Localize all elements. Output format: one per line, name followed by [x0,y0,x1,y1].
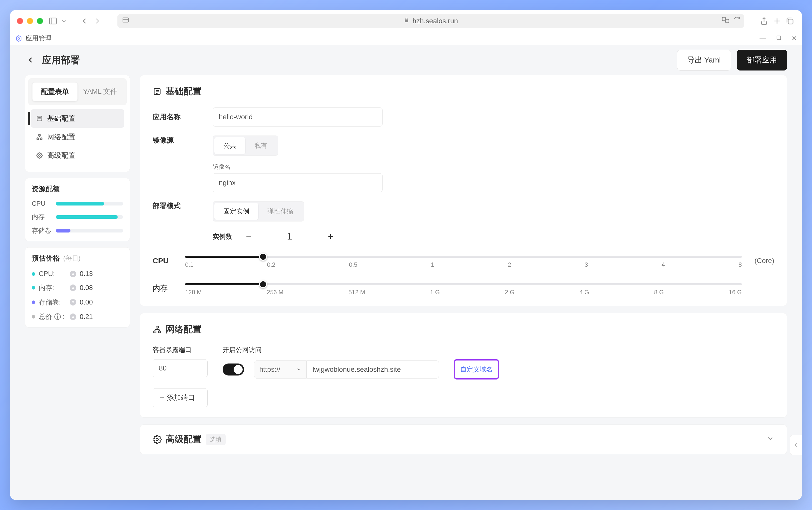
domain-input[interactable] [306,361,439,378]
network-icon [36,133,43,141]
price-cpu-label: CPU: [39,270,66,278]
page-header: 应用部署 导出 Yaml 部署应用 [10,45,802,75]
pricing-period: (每日) [63,254,81,263]
chevron-down-icon [296,366,301,373]
price-cpu-value: 0.13 [80,270,93,278]
sidebar-item-label: 网络配置 [47,132,75,142]
nav-forward-icon[interactable] [92,16,102,26]
pricing-title: 预估价格 [32,254,60,263]
image-source-label: 镜像源 [153,136,203,145]
svg-rect-4 [722,17,726,21]
svg-rect-25 [158,331,161,333]
basic-config-panel: 基础配置 应用名称 镜像源 公共 私有 镜像名 [140,75,787,306]
app-name-label: 应用名称 [153,112,203,122]
network-config-panel: 网络配置 容器暴露端口 + 添加端口 开启公网访问 [140,313,787,418]
lock-icon [403,17,410,25]
price-total-value: 0.21 [80,313,93,321]
coin-icon: ¤ [70,313,76,320]
optional-badge: 选填 [206,434,225,445]
page-title: 应用部署 [42,54,80,66]
svg-rect-15 [39,135,40,136]
quota-cpu-label: CPU [32,200,52,207]
deploy-mode-elastic[interactable]: 弹性伸缩 [258,203,302,220]
sidebar-item-network[interactable]: 网络配置 [31,128,124,146]
chevron-down-icon[interactable] [61,16,67,26]
quota-mem-label: 内存 [32,213,52,221]
deploy-button[interactable]: 部署应用 [737,50,787,70]
list-icon [153,87,162,96]
quota-storage-label: 存储卷 [32,226,52,235]
cpu-slider[interactable] [185,256,742,258]
image-source-toggle: 公共 私有 [213,136,278,156]
coin-icon: ¤ [70,271,76,277]
maximize-window-icon[interactable] [37,18,43,24]
tab-config-form[interactable]: 配置表单 [32,82,78,101]
mem-slider-ticks: 128 M 256 M 512 M 1 G 2 G 4 G 8 G 16 G [185,289,742,296]
collapse-drawer-button[interactable] [790,435,802,455]
custom-domain-button[interactable]: 自定义域名 [454,359,499,379]
inner-close-icon[interactable]: ✕ [791,34,797,42]
sidebar-toggle-icon[interactable] [48,16,58,26]
advanced-config-panel[interactable]: 高级配置 选填 [140,425,787,454]
pricing-card: 预估价格 (每日) CPU: ¤ 0.13 内存: ¤ 0.08 [25,247,130,328]
list-icon [36,115,43,122]
svg-rect-5 [726,19,729,23]
app-logo-icon [15,35,23,42]
mem-slider[interactable] [185,283,742,285]
traffic-lights [17,18,43,24]
sidebar-item-label: 高级配置 [47,151,75,160]
price-storage-label: 存储卷: [39,298,66,307]
slider-thumb[interactable] [259,280,267,288]
gear-icon [153,435,162,444]
svg-point-10 [18,37,20,39]
svg-rect-24 [154,331,156,333]
reload-icon[interactable] [733,16,741,26]
image-source-private[interactable]: 私有 [245,137,276,154]
minimize-window-icon[interactable] [27,18,33,24]
translate-icon[interactable] [722,16,729,26]
cpu-slider-label: CPU [153,256,178,265]
sidebar-item-advanced[interactable]: 高级配置 [31,146,124,165]
share-icon[interactable] [759,16,769,26]
stepper-minus[interactable]: − [244,231,253,242]
back-button[interactable] [25,55,36,65]
plus-icon: + [160,394,164,402]
text-size-icon[interactable] [122,16,129,26]
new-tab-icon[interactable] [772,16,782,26]
image-name-input[interactable] [213,173,383,192]
tabs-icon[interactable] [785,16,795,26]
advanced-panel-title: 高级配置 [166,433,202,446]
quota-storage-bar [56,229,123,232]
stepper-plus[interactable]: + [326,231,335,242]
close-window-icon[interactable] [17,18,23,24]
add-port-button[interactable]: + 添加端口 [153,388,208,407]
url-bar[interactable]: hzh.sealos.run [117,14,744,28]
deploy-mode-toggle: 固定实例 弹性伸缩 [213,201,304,222]
tab-yaml-file[interactable]: YAML 文件 [78,82,123,101]
svg-marker-9 [17,35,21,41]
price-total-label: 总价 ⓘ : [39,312,66,321]
inner-maximize-icon[interactable] [776,34,782,42]
port-input[interactable] [153,359,208,377]
quota-title: 资源配额 [32,184,123,194]
chevron-down-icon[interactable] [766,434,774,444]
cpu-slider-ticks: 0.1 0.2 0.5 1 2 3 4 8 [185,261,742,268]
protocol-select[interactable]: https:// [254,361,306,378]
export-yaml-button[interactable]: 导出 Yaml [677,50,731,70]
deploy-mode-label: 部署模式 [153,201,203,211]
nav-back-icon[interactable] [80,16,89,26]
inner-minimize-icon[interactable]: — [759,34,766,42]
deploy-mode-fixed[interactable]: 固定实例 [214,203,258,220]
image-source-public[interactable]: 公共 [214,137,245,154]
sidebar-item-basic[interactable]: 基础配置 [31,109,124,128]
svg-rect-0 [50,18,57,24]
app-tab-bar: 应用管理 — ✕ [10,32,802,45]
app-name-input[interactable] [213,108,383,126]
sidebar-item-label: 基础配置 [47,114,75,123]
slider-thumb[interactable] [259,253,267,261]
dot-icon [32,272,35,276]
public-access-switch[interactable] [222,364,244,375]
gear-icon [36,152,43,159]
dot-icon [32,301,35,304]
quota-cpu-bar [56,202,123,205]
